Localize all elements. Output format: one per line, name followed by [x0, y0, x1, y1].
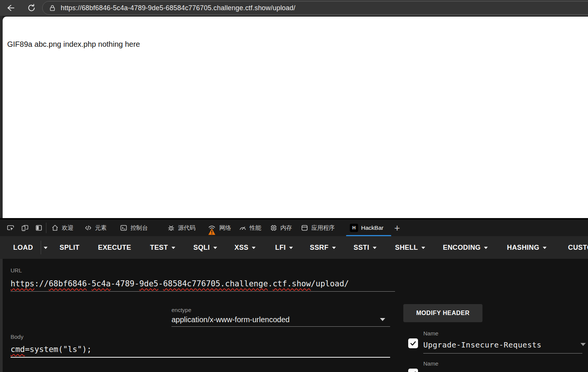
- menu-label: SQLI: [193, 244, 210, 252]
- menu-sqli-dropdown[interactable]: SQLI: [193, 236, 217, 259]
- menu-lfi-dropdown[interactable]: LFI: [275, 236, 293, 259]
- caret-down-icon: [421, 247, 425, 249]
- tab-application[interactable]: 应用程序: [301, 220, 335, 236]
- tab-label: 网络: [219, 224, 231, 232]
- tab-performance[interactable]: 性能: [239, 220, 261, 236]
- bug-icon: [167, 224, 175, 232]
- application-window-icon: [301, 224, 308, 232]
- address-bar[interactable]: https://68bf6846-5c4a-4789-9de5-68584c77…: [42, 1, 588, 15]
- home-icon: [51, 224, 59, 232]
- tab-label: 欢迎: [62, 224, 74, 232]
- url-input[interactable]: https://68bf6846-5c4a-4789-9de5-68584c77…: [11, 279, 349, 288]
- devtools-tabbar: 欢迎 元素 控制台 源代码: [0, 220, 588, 236]
- caret-down-icon: [213, 247, 217, 249]
- menu-label: ENCODING: [443, 244, 481, 252]
- refresh-icon[interactable]: [27, 3, 36, 12]
- menu-label: TEST: [150, 244, 168, 252]
- tab-label: HackBar: [361, 224, 383, 231]
- header-name-select[interactable]: Upgrade-Insecure-Requests: [423, 340, 542, 349]
- browser-window: https://68bf6846-5c4a-4789-9de5-68584c77…: [0, 0, 588, 372]
- menu-split-button[interactable]: SPLIT: [60, 236, 80, 259]
- tab-elements[interactable]: 元素: [84, 220, 107, 236]
- body-input[interactable]: cmd=system("ls");: [11, 345, 92, 354]
- tab-console[interactable]: 控制台: [120, 220, 148, 236]
- menu-xss-dropdown[interactable]: XSS: [234, 236, 256, 259]
- url-segment: 5c4a: [92, 279, 111, 288]
- address-bar-url: https://68bf6846-5c4a-4789-9de5-68584c77…: [61, 4, 296, 12]
- code-brackets-icon: [84, 224, 92, 232]
- tab-hackbar[interactable]: H HackBar: [350, 220, 383, 236]
- menu-load-dropdown[interactable]: [44, 236, 47, 259]
- menu-label: LOAD: [13, 244, 33, 252]
- caret-down-icon: [44, 247, 47, 249]
- enctype-caret-icon[interactable]: [380, 318, 385, 321]
- caret-down-icon: [289, 247, 293, 249]
- menu-ssti-dropdown[interactable]: SSTI: [354, 236, 377, 259]
- tab-label: 源代码: [178, 224, 196, 232]
- hackbar-panel: URL https://68bf6846-5c4a-4789-9de5-6858…: [0, 259, 588, 372]
- performance-gauge-icon: [239, 224, 247, 232]
- url-segment: 68bf6846: [49, 279, 87, 288]
- menu-label: CUSTOM: [568, 244, 588, 252]
- header-name-label: Name: [423, 360, 438, 367]
- tabbar-separator: [46, 223, 46, 233]
- url-segment: -: [158, 279, 163, 288]
- enctype-label: enctype: [172, 307, 191, 313]
- menu-label: EXECUTE: [98, 244, 131, 252]
- caret-down-icon: [484, 247, 488, 249]
- header-caret-icon[interactable]: [580, 343, 586, 346]
- tab-label: 内存: [280, 224, 292, 232]
- tab-welcome[interactable]: 欢迎: [51, 220, 74, 236]
- header-checkbox[interactable]: [408, 338, 418, 348]
- body-field-label: Body: [11, 334, 23, 340]
- menu-separator: [41, 241, 41, 254]
- menu-encoding-dropdown[interactable]: ENCODING: [443, 236, 488, 259]
- menu-test-dropdown[interactable]: TEST: [150, 236, 175, 259]
- menu-label: SHELL: [395, 244, 418, 252]
- browser-toolbar: https://68bf6846-5c4a-4789-9de5-68584c77…: [0, 0, 588, 16]
- caret-down-icon: [543, 247, 547, 249]
- console-icon: [120, 224, 127, 232]
- tab-memory[interactable]: 内存: [270, 220, 292, 236]
- back-icon[interactable]: [6, 3, 15, 12]
- enctype-select[interactable]: application/x-www-form-urlencoded: [172, 315, 289, 324]
- menu-shell-dropdown[interactable]: SHELL: [395, 236, 425, 259]
- lock-icon[interactable]: [49, 4, 56, 12]
- url-segment: ://: [34, 279, 49, 288]
- menu-load-button[interactable]: LOAD: [13, 236, 33, 259]
- tab-sources[interactable]: 源代码: [167, 220, 196, 236]
- memory-chip-icon: [270, 224, 277, 232]
- checkmark-icon: [409, 340, 417, 347]
- url-segment: -4789-: [111, 279, 139, 288]
- dock-side-icon[interactable]: [35, 224, 43, 232]
- device-emulation-icon[interactable]: [21, 224, 29, 232]
- inspect-element-icon[interactable]: [7, 224, 14, 232]
- menu-label: XSS: [234, 244, 248, 252]
- url-segment: -: [87, 279, 92, 288]
- menu-ssrf-dropdown[interactable]: SSRF: [310, 236, 336, 259]
- url-field-label: URL: [11, 267, 22, 274]
- header-name-underline: [423, 353, 582, 354]
- tab-network[interactable]: 网络: [207, 220, 231, 236]
- url-input-underline: [11, 291, 395, 292]
- enctype-underline: [172, 326, 390, 327]
- caret-down-icon: [332, 247, 336, 249]
- menu-execute-button[interactable]: EXECUTE: [98, 236, 131, 259]
- caret-down-icon: [252, 247, 256, 249]
- url-segment: 9de5: [139, 279, 158, 288]
- url-segment: ctf.show: [273, 279, 311, 288]
- network-warning-icon: [208, 228, 216, 235]
- header-checkbox[interactable]: [408, 369, 418, 372]
- menu-custom-dropdown[interactable]: CUSTOM: [568, 236, 588, 259]
- caret-down-icon: [373, 247, 377, 249]
- menu-label: LFI: [275, 244, 286, 252]
- body-segment: cmd: [11, 345, 25, 354]
- page-viewport: GIF89a abc.png index.php nothing here: [3, 17, 588, 218]
- menu-label: SSRF: [310, 244, 329, 252]
- header-name-label: Name: [423, 330, 438, 337]
- more-tabs-button[interactable]: +: [394, 220, 400, 236]
- page-response-text: GIF89a abc.png index.php nothing here: [7, 40, 140, 49]
- tab-label: 性能: [250, 224, 261, 232]
- menu-hashing-dropdown[interactable]: HASHING: [507, 236, 547, 259]
- modify-header-button[interactable]: MODIFY HEADER: [403, 304, 482, 322]
